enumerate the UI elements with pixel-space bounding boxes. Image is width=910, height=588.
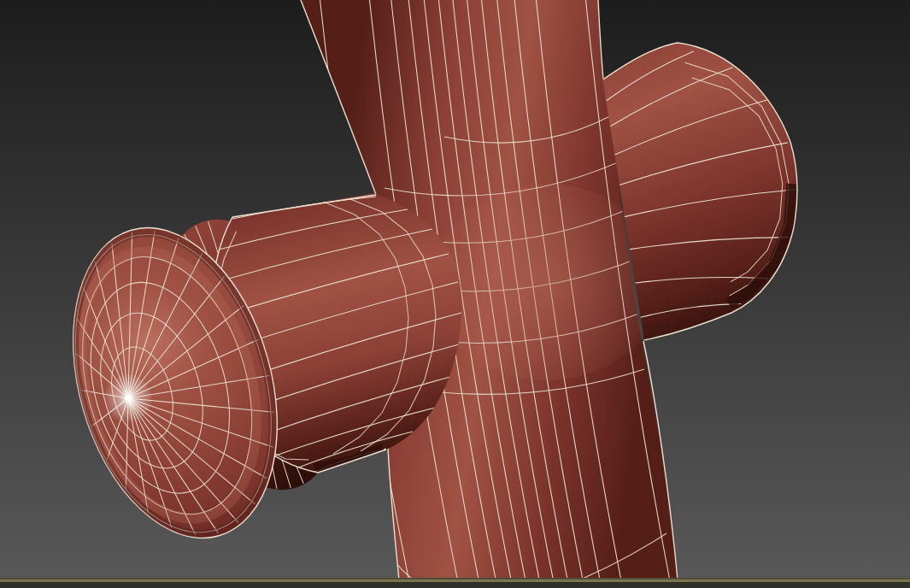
bottom-strip: [0, 582, 910, 588]
viewport-active-border: [0, 579, 910, 582]
application-window: [0, 0, 910, 588]
cap-pole-point: [125, 395, 132, 403]
viewport-3d[interactable]: [0, 0, 910, 588]
viewport-border-shadow: [0, 578, 910, 579]
